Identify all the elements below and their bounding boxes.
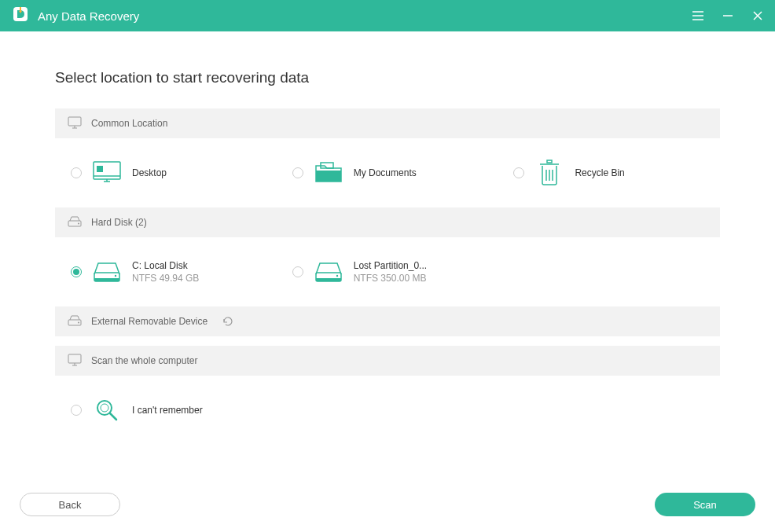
section-body-harddisk: C: Local Disk NTFS 49.94 GB Lost Partiti… — [55, 237, 720, 306]
option-documents[interactable]: My Documents — [277, 152, 498, 193]
svg-point-38 — [101, 404, 108, 412]
app-name: Any Data Recovery — [38, 9, 139, 23]
option-sublabel: NTFS 350.00 MB — [354, 273, 427, 284]
radio[interactable] — [71, 167, 82, 178]
svg-point-31 — [336, 275, 338, 277]
section-label: Hard Disk (2) — [91, 217, 147, 228]
svg-point-25 — [78, 222, 79, 224]
section-header-harddisk: Hard Disk (2) — [55, 207, 720, 237]
radio[interactable] — [292, 167, 303, 178]
window-controls — [692, 9, 764, 22]
drive-icon — [93, 258, 121, 286]
monitor-icon — [68, 116, 82, 131]
minimize-icon[interactable] — [722, 9, 734, 22]
option-label: Recycle Bin — [575, 167, 624, 178]
page-title: Select location to start recovering data — [55, 69, 720, 86]
section-label: Scan the whole computer — [91, 355, 197, 366]
app-logo: Any Data Recovery — [11, 5, 139, 27]
svg-rect-34 — [68, 354, 81, 363]
option-label: I can't remember — [132, 405, 203, 416]
option-cant-remember[interactable]: I can't remember — [55, 390, 277, 431]
radio[interactable] — [71, 266, 82, 277]
svg-rect-18 — [316, 171, 341, 182]
drive-icon — [314, 258, 343, 286]
option-label: Lost Partition_0... — [354, 260, 427, 271]
svg-rect-27 — [94, 278, 119, 281]
radio[interactable] — [292, 266, 303, 277]
desktop-icon — [93, 159, 121, 187]
option-lost-partition[interactable]: Lost Partition_0... NTFS 350.00 MB — [277, 251, 498, 292]
section-body-common: Desktop My Documents Recycle Bin — [55, 138, 720, 207]
section-label: External Removable Device — [91, 316, 208, 327]
option-desktop[interactable]: Desktop — [55, 152, 277, 193]
refresh-icon[interactable] — [222, 315, 234, 328]
option-c-drive[interactable]: C: Local Disk NTFS 49.94 GB — [55, 251, 277, 292]
svg-point-33 — [78, 321, 79, 323]
svg-rect-9 — [68, 117, 81, 126]
main-content: Select location to start recovering data… — [0, 31, 775, 477]
documents-icon — [314, 159, 343, 187]
section-body-whole: I can't remember — [55, 376, 720, 445]
svg-rect-30 — [316, 278, 341, 281]
option-label: Desktop — [132, 167, 167, 178]
option-recycle[interactable]: Recycle Bin — [498, 152, 719, 193]
back-button[interactable]: Back — [20, 493, 120, 516]
section-header-common: Common Location — [55, 108, 720, 138]
trash-icon — [535, 159, 564, 187]
radio[interactable] — [513, 167, 524, 178]
search-icon — [93, 396, 121, 424]
footer: Back Scan — [0, 477, 775, 532]
section-label: Common Location — [91, 118, 167, 129]
scan-button[interactable]: Scan — [655, 493, 755, 516]
section-header-whole: Scan the whole computer — [55, 346, 720, 376]
option-sublabel: NTFS 49.94 GB — [132, 273, 199, 284]
radio[interactable] — [71, 405, 82, 416]
logo-icon — [11, 5, 30, 27]
svg-line-39 — [110, 413, 116, 420]
close-icon[interactable] — [751, 9, 764, 22]
monitor-icon — [68, 354, 82, 369]
disk-icon — [68, 216, 82, 229]
svg-point-28 — [115, 275, 116, 277]
section-header-external: External Removable Device — [55, 306, 720, 336]
titlebar: Any Data Recovery — [0, 0, 775, 31]
svg-rect-1 — [20, 7, 21, 11]
svg-rect-14 — [97, 166, 103, 172]
menu-icon[interactable] — [692, 9, 704, 22]
svg-rect-19 — [547, 160, 552, 163]
option-label: C: Local Disk — [132, 260, 199, 271]
disk-icon — [68, 315, 82, 328]
option-label: My Documents — [354, 167, 417, 178]
